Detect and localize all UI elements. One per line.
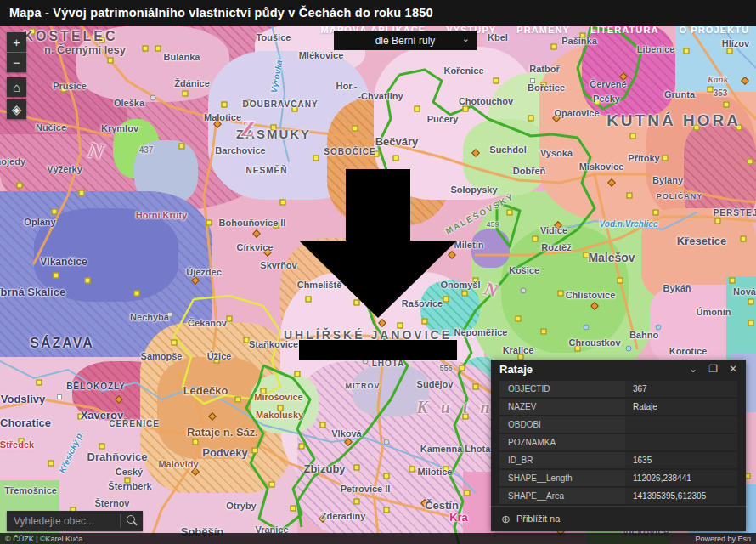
map-label: Vlková — [331, 429, 361, 439]
map-label: Ždánice — [174, 79, 210, 88]
page-title: Mapa - Vývoj patrimoniálního vlastnictví… — [9, 6, 433, 20]
map-label: Bulánka — [164, 53, 200, 62]
close-icon[interactable]: ✕ — [729, 363, 737, 375]
map-label: Petrovice II — [341, 484, 391, 494]
map-label: Malotice — [204, 113, 241, 122]
map-label: 437 — [139, 146, 154, 155]
map-label: Korotice — [669, 347, 708, 356]
map-label: KUTNÁ HORA — [606, 112, 741, 128]
zoom-to-label: Přiblížit na — [516, 513, 560, 524]
map-label: Drahňovice — [87, 451, 148, 462]
map-label: Ratboř — [529, 65, 559, 74]
nav-item[interactable]: LITERATURA — [590, 25, 658, 35]
nav-item[interactable]: O PROJEKTU — [679, 25, 749, 35]
map-label: Výrovka — [270, 60, 285, 94]
map-label: Rataje n. Sáz. — [187, 427, 258, 438]
map-label: Třemošnice — [4, 486, 57, 496]
map-label: Středek — [0, 440, 34, 450]
layer-dropdown-value: dle Berní ruly — [375, 35, 436, 47]
app-header: Mapa - Vývoj patrimoniálního vlastnictví… — [0, 0, 756, 26]
layer-dropdown[interactable]: dle Berní ruly ⌄ — [334, 31, 477, 50]
map-label: Chlístovice — [566, 291, 616, 300]
map-label: Zbizuby — [303, 463, 345, 474]
map-label: Skvrňov — [260, 261, 296, 270]
attribute-row: POZNAMKA — [499, 434, 737, 450]
map-label: 556 — [439, 365, 452, 372]
attribute-value: 112026,238441 — [625, 470, 737, 486]
map-label: Staňkovice — [249, 340, 298, 349]
attribute-row: OBJECTID367 — [499, 381, 737, 397]
map-label: Kořenice — [443, 66, 483, 76]
home-button[interactable]: ⌂ — [7, 77, 26, 97]
attribute-row: OBDOBI — [499, 416, 737, 433]
attribution-left: © ČÚZK | ©Karel Kuča — [5, 535, 83, 543]
map-label: KOSTELEC — [23, 30, 117, 43]
map-label: Újezdec — [186, 268, 222, 277]
map-label: K u t n — [416, 399, 494, 416]
map-label: Xaverov — [81, 410, 124, 421]
map-label: Otryby — [226, 502, 256, 511]
map-label: MITROV — [346, 382, 381, 390]
attribution-bar: © ČÚZK | ©Karel Kuča Powered by Esri — [0, 533, 756, 544]
map-label: Krymlov — [101, 124, 138, 133]
map-label: SÁZAVA — [30, 337, 93, 350]
map-label: PERŠTEJNEC — [714, 209, 756, 218]
map-label: Český — [116, 468, 143, 477]
map-label: Mirošovice — [254, 393, 302, 402]
map-label: Červené — [590, 80, 626, 89]
map-label: Vysoká — [540, 149, 573, 158]
map-label: 459 — [486, 221, 499, 229]
map-label: Kralice — [503, 346, 534, 355]
feature-popup: Rataje ⌄ ❐ ✕ OBJECTID367NAZEVRatajeOBDOB… — [491, 360, 746, 531]
nav-item[interactable]: PRAMENY — [516, 25, 570, 35]
map-label: Vodslivy — [1, 394, 46, 405]
map-label: Bořetice — [528, 83, 565, 93]
attribute-row: SHAPE__Area141395395,612305 — [499, 488, 737, 504]
map-label: Hlízov — [722, 39, 749, 48]
zoom-out-button[interactable]: − — [7, 53, 26, 72]
map-label: Vlkančice — [40, 257, 87, 267]
attribute-value — [625, 434, 737, 450]
map-label: Bohouňovice II — [219, 218, 286, 228]
map-label: NESMĚŇ — [246, 167, 288, 175]
attribute-row: ID_BR1635 — [499, 452, 737, 468]
map-label: Křesický p. — [58, 430, 85, 475]
map-label: ČEŘENICE — [109, 420, 160, 428]
search-input[interactable] — [7, 515, 120, 527]
map-label: Vod.n.Vrchlice — [600, 220, 658, 229]
layers-button[interactable]: ◈ — [7, 99, 26, 119]
map-label: Chotouchov — [459, 97, 513, 106]
map-label: 353 — [714, 89, 728, 98]
collapse-icon[interactable]: ⌄ — [689, 363, 697, 375]
attribute-row: SHAPE__Length112026,238441 — [499, 470, 737, 486]
map-label: BĚLOKOZLY — [66, 382, 126, 391]
attribute-row: NAZEVRataje — [499, 399, 737, 415]
map-label: Košice — [509, 266, 539, 275]
attribution-right: Powered by Esri — [695, 535, 751, 543]
map-label: Nová Lhota — [733, 287, 756, 297]
dock-icon[interactable]: ❐ — [708, 363, 718, 375]
map-label: N — [86, 139, 105, 164]
map-label: Miskovice — [579, 162, 624, 172]
map-label: SOBOČICE — [324, 148, 375, 156]
map-label: MALEŠOVSKÝ — [444, 192, 516, 235]
map-label: Toušice — [257, 33, 291, 42]
map-label: Podveky — [202, 447, 247, 458]
map-label: UHLÍŘSKÉ JANOVICE — [284, 329, 452, 341]
search-icon[interactable] — [121, 511, 143, 531]
map-label: Konojedy — [0, 157, 25, 167]
attribute-label: OBDOBI — [499, 416, 625, 433]
map-label: Milotice — [418, 468, 453, 477]
map-label: Bylany — [652, 176, 683, 185]
home-icon: ⌂ — [13, 80, 20, 94]
zoom-in-button[interactable]: + — [7, 32, 26, 52]
attribute-value: 141395395,612305 — [625, 488, 737, 504]
attribute-label: POZNAMKA — [499, 434, 625, 450]
attribute-value — [625, 416, 737, 433]
map-label: Miletín — [454, 241, 484, 250]
zoom-to-button[interactable]: ⊕ Přiblížit na — [491, 506, 746, 531]
map-label: Bykáň — [663, 284, 691, 293]
map-label: n. Černými lesy — [44, 44, 126, 55]
map-label: Výžerky — [47, 165, 82, 174]
map-label: Ledečko — [183, 385, 228, 396]
